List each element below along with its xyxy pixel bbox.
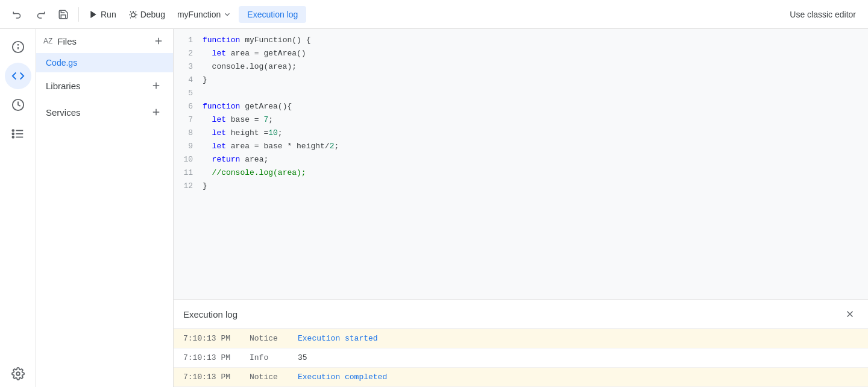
execution-log-title: Execution log xyxy=(183,309,841,319)
add-library-button[interactable] xyxy=(149,78,163,93)
line-number: 12 xyxy=(174,180,203,193)
token: let xyxy=(212,142,226,151)
log-row: 7:10:13 PMNoticeExecution started xyxy=(174,329,868,348)
token xyxy=(203,168,212,177)
code-line: 7 let base = 7; xyxy=(174,113,868,127)
undo-button[interactable] xyxy=(7,5,28,24)
line-number: 10 xyxy=(174,153,203,166)
svg-point-9 xyxy=(12,130,14,131)
code-line: 3 console.log(area); xyxy=(174,60,868,74)
log-message: Execution completed xyxy=(298,373,387,382)
token: ; xyxy=(334,142,339,151)
toolbar-divider xyxy=(78,7,79,22)
plus-icon xyxy=(151,80,162,91)
token: } xyxy=(203,181,207,190)
play-icon xyxy=(89,10,98,19)
log-timestamp: 7:10:13 PM xyxy=(183,373,250,382)
token: area = getArea() xyxy=(226,49,306,58)
services-label: Services xyxy=(46,107,149,118)
settings-nav-button[interactable] xyxy=(5,360,31,387)
files-label: Files xyxy=(57,36,149,46)
info-nav-button[interactable] xyxy=(5,34,31,60)
line-content: let area = base * height/2; xyxy=(203,140,868,153)
token: ; xyxy=(278,128,283,137)
log-level: Notice xyxy=(250,373,298,382)
token: let xyxy=(212,128,226,137)
editor-area: 1function myFunction() {2 let area = get… xyxy=(174,29,868,387)
executions-nav-button[interactable] xyxy=(5,121,31,147)
code-line: 8 let height =10; xyxy=(174,127,868,140)
execution-log-close-button[interactable] xyxy=(841,306,858,322)
code-line: 9 let area = base * height/2; xyxy=(174,140,868,153)
run-button[interactable]: Run xyxy=(84,6,121,23)
code-line: 12} xyxy=(174,180,868,193)
code-line: 10 return area; xyxy=(174,153,868,166)
bug-icon xyxy=(128,10,138,19)
svg-point-10 xyxy=(12,133,14,135)
sidebar-file-code-gs[interactable]: Code.gs xyxy=(36,53,173,72)
token: let xyxy=(212,49,226,58)
code-line: 1function myFunction() { xyxy=(174,34,868,47)
token: //console.log(area); xyxy=(212,168,306,177)
svg-marker-0 xyxy=(90,11,96,18)
line-content: } xyxy=(203,180,868,193)
log-timestamp: 7:10:13 PM xyxy=(183,334,250,343)
line-content xyxy=(203,87,868,100)
token: function xyxy=(203,36,245,45)
line-number: 8 xyxy=(174,127,203,140)
token: 10 xyxy=(268,128,278,137)
save-button[interactable] xyxy=(53,5,74,24)
redo-button[interactable] xyxy=(30,5,51,24)
function-selector[interactable]: myFunction xyxy=(172,7,236,22)
sidebar-services-section[interactable]: Services xyxy=(36,99,173,125)
token: return xyxy=(212,155,241,164)
line-content: console.log(area); xyxy=(203,60,868,74)
gear-icon xyxy=(11,367,25,380)
code-line: 6function getArea(){ xyxy=(174,100,868,113)
log-level: Info xyxy=(250,353,298,362)
execution-log-button[interactable]: Execution log xyxy=(239,6,306,23)
token: function xyxy=(203,102,245,111)
log-message: 35 xyxy=(298,353,307,362)
line-number: 4 xyxy=(174,74,203,87)
libraries-label: Libraries xyxy=(46,81,149,91)
line-number: 5 xyxy=(174,87,203,100)
add-service-button[interactable] xyxy=(149,105,163,119)
files-nav-button[interactable] xyxy=(5,63,31,89)
redo-icon xyxy=(35,9,46,20)
list-icon xyxy=(11,127,25,140)
clock-icon xyxy=(11,98,25,112)
line-content: //console.log(area); xyxy=(203,166,868,180)
run-label: Run xyxy=(101,10,116,19)
log-timestamp: 7:10:13 PM xyxy=(183,353,250,362)
plus-icon xyxy=(151,107,162,118)
classic-editor-button[interactable]: Use classic editor xyxy=(785,6,861,23)
sidebar-libraries-section[interactable]: Libraries xyxy=(36,72,173,99)
token: base = xyxy=(226,115,263,124)
triggers-nav-button[interactable] xyxy=(5,92,31,118)
file-name: Code.gs xyxy=(46,58,77,68)
svg-point-1 xyxy=(131,13,135,17)
az-sort-label: AZ xyxy=(43,37,52,45)
save-icon xyxy=(58,9,69,20)
sidebar-files-header[interactable]: AZ Files xyxy=(36,29,173,53)
function-name: myFunction xyxy=(177,10,221,19)
main-layout: AZ Files Code.gs Libraries xyxy=(0,29,868,387)
token: (){ xyxy=(278,102,292,111)
execution-log-panel: Execution log 7:10:13 PMNoticeExecution … xyxy=(174,299,868,387)
code-line: 11 //console.log(area); xyxy=(174,166,868,180)
debug-button[interactable]: Debug xyxy=(124,6,170,23)
line-number: 2 xyxy=(174,47,203,60)
token xyxy=(203,128,212,137)
code-container[interactable]: 1function myFunction() {2 let area = get… xyxy=(174,29,868,299)
line-content: let base = 7; xyxy=(203,113,868,127)
line-number: 1 xyxy=(174,34,203,47)
token: myFunction xyxy=(245,36,292,45)
token xyxy=(203,155,212,164)
token: getArea xyxy=(245,102,278,111)
info-icon xyxy=(11,40,25,54)
token xyxy=(203,49,212,58)
line-content: let area = getArea() xyxy=(203,47,868,60)
add-file-button[interactable] xyxy=(151,34,166,48)
token: () { xyxy=(292,36,310,45)
